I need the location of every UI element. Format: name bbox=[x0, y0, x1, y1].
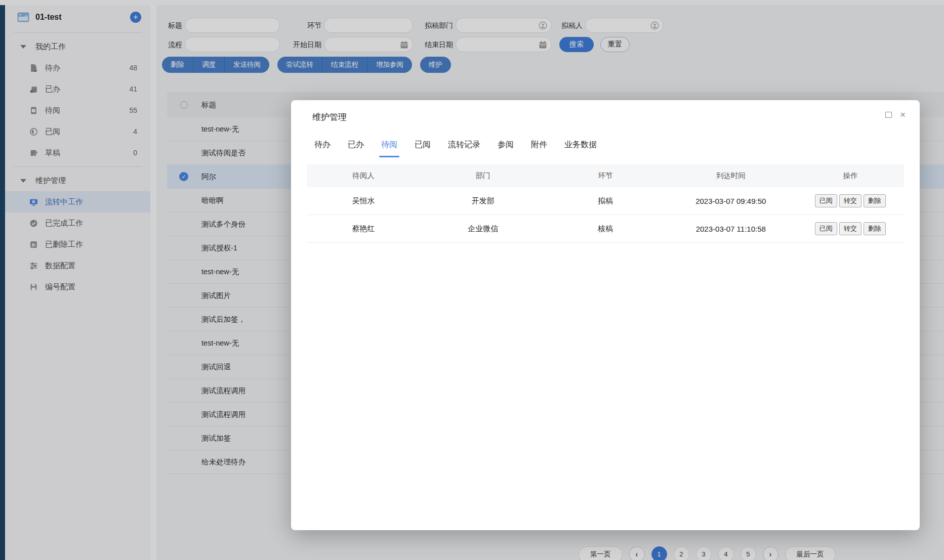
modal-table-header: 待阅人 部门 环节 到达时间 操作 bbox=[307, 164, 904, 187]
reader-name: 吴恒水 bbox=[307, 196, 420, 206]
forward-button[interactable]: 转交 bbox=[839, 222, 861, 235]
close-icon[interactable]: × bbox=[900, 111, 906, 118]
reader-step: 核稿 bbox=[546, 224, 665, 234]
reader-dept: 企业微信 bbox=[420, 224, 546, 234]
modal-tabs: 待办 已办 待阅 已阅 流转记录 参阅 附件 业务数据 bbox=[314, 140, 597, 157]
modal-table-row: 蔡艳红 企业微信 核稿 2023-03-07 11:10:58 已阅 转交 删除 bbox=[307, 215, 904, 243]
reader-dept: 开发部 bbox=[420, 196, 546, 206]
delete-row-button[interactable]: 删除 bbox=[864, 222, 886, 235]
tab-to-read[interactable]: 待阅 bbox=[381, 140, 397, 157]
modal-window-buttons: × bbox=[885, 111, 906, 118]
reader-step: 拟稿 bbox=[546, 196, 665, 206]
col-department: 部门 bbox=[420, 171, 546, 181]
row-operations: 已阅 转交 删除 bbox=[797, 222, 904, 235]
modal-title: 维护管理 bbox=[312, 111, 347, 123]
maintenance-modal: 维护管理 × 待办 已办 待阅 已阅 流转记录 参阅 附件 业务数据 待阅人 部… bbox=[291, 100, 920, 530]
delete-row-button[interactable]: 删除 bbox=[864, 194, 886, 207]
arrival-time: 2023-03-07 11:10:58 bbox=[665, 225, 797, 233]
modal-table: 待阅人 部门 环节 到达时间 操作 吴恒水 开发部 拟稿 2023-03-07 … bbox=[307, 164, 904, 243]
modal-table-row: 吴恒水 开发部 拟稿 2023-03-07 09:49:50 已阅 转交 删除 bbox=[307, 187, 904, 215]
reader-name: 蔡艳红 bbox=[307, 224, 420, 234]
forward-button[interactable]: 转交 bbox=[839, 194, 861, 207]
tab-read[interactable]: 已阅 bbox=[415, 140, 431, 157]
col-arrival-time: 到达时间 bbox=[665, 171, 797, 181]
tab-flow-record[interactable]: 流转记录 bbox=[448, 140, 480, 157]
col-reader: 待阅人 bbox=[307, 171, 420, 181]
maximize-icon[interactable] bbox=[885, 112, 892, 118]
arrival-time: 2023-03-07 09:49:50 bbox=[665, 197, 797, 205]
tab-reference[interactable]: 参阅 bbox=[498, 140, 514, 157]
mark-read-button[interactable]: 已阅 bbox=[815, 222, 837, 235]
tab-attachments[interactable]: 附件 bbox=[531, 140, 547, 157]
tab-todo[interactable]: 待办 bbox=[314, 140, 331, 157]
tab-done[interactable]: 已办 bbox=[348, 140, 364, 157]
row-operations: 已阅 转交 删除 bbox=[797, 194, 904, 207]
tab-business-data[interactable]: 业务数据 bbox=[564, 140, 597, 157]
col-operations: 操作 bbox=[797, 171, 904, 181]
col-step: 环节 bbox=[546, 171, 665, 181]
mark-read-button[interactable]: 已阅 bbox=[815, 194, 837, 207]
